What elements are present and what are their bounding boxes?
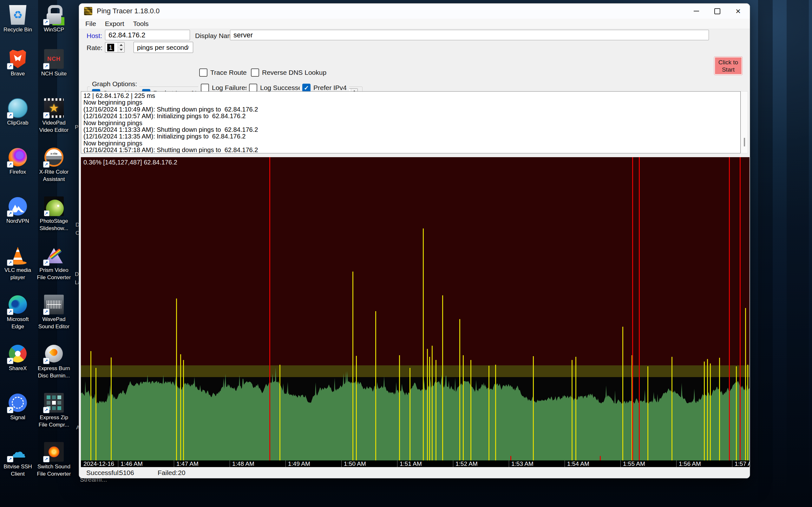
desktop-icon-winscp[interactable]: ↗WinSCP: [44, 5, 64, 25]
maximize-icon: [714, 8, 720, 14]
log-scrollbar[interactable]: [741, 91, 748, 153]
display-name-input[interactable]: server: [230, 30, 709, 40]
desktop-icon-brave[interactable]: ↗Brave: [8, 49, 28, 69]
minimize-button[interactable]: [686, 3, 707, 19]
desktop-icon-label-line: Switch Sound: [32, 463, 76, 470]
desktop-icon-express-burn[interactable]: ↗Express BurnDisc Burnin...: [44, 344, 64, 363]
desktop-icon-prism[interactable]: ↗Prism VideoFile Converter: [44, 245, 64, 265]
failure-line: [639, 157, 640, 460]
switch-sound-icon: ↗: [44, 442, 64, 462]
ping-spike: [423, 228, 424, 460]
menu-bar: FileExportTools: [79, 19, 750, 29]
screen: { "desktop": { "background_text": "Strea…: [0, 0, 812, 507]
xrite-icon: ↗: [44, 147, 64, 167]
shortcut-arrow-icon: ↗: [7, 407, 13, 413]
menu-item-file[interactable]: File: [81, 19, 101, 28]
ping-spike: [180, 354, 181, 460]
rate-stepper[interactable]: 1: [105, 42, 125, 53]
ping-spike: [671, 357, 672, 460]
failure-line: [269, 157, 270, 460]
ping-spike: [432, 346, 433, 460]
rate-spinner[interactable]: [118, 43, 124, 52]
ping-spike: [459, 319, 460, 460]
checkbox-box-prefer-ipv4[interactable]: ✓: [302, 83, 310, 92]
desktop-icon-label-line: Sound Editor: [32, 323, 76, 330]
ping-spike: [427, 349, 428, 460]
log-line: (12/16/2024 1:10:49 AM): Shutting down p…: [84, 106, 740, 113]
checkbox-trace-route[interactable]: Trace Route: [199, 68, 247, 77]
checkbox-box-log-successes[interactable]: [249, 83, 257, 92]
axis-separator: [676, 460, 676, 467]
axis-tick-label: 1:57 AM: [734, 460, 750, 467]
desktop-icon-recycle-bin[interactable]: Recycle Bin: [8, 5, 28, 25]
ping-spike: [352, 272, 353, 460]
desktop-icon-xrite[interactable]: ↗X-Rite ColorAssistant: [44, 147, 64, 167]
ping-spike: [442, 295, 443, 460]
desktop-icon-express-zip[interactable]: ↗Express ZipFile Compr...: [44, 393, 64, 412]
desktop-icon-label-line: Slideshow...: [32, 225, 76, 232]
desktop-icon-switch-sound[interactable]: ↗Switch SoundFile Converter: [44, 442, 64, 462]
ping-spike: [463, 355, 464, 460]
axis-separator: [286, 460, 286, 467]
down-arrow-icon: [119, 49, 123, 52]
signal-icon: ↗: [8, 393, 28, 412]
desktop-icon-sharex[interactable]: ↗ShareX: [8, 344, 28, 363]
desktop-icon-nordvpn[interactable]: ↗NordVPN: [8, 196, 28, 216]
failed-value: 20: [178, 469, 185, 476]
checkbox-log-failures[interactable]: Log Failures: [198, 83, 251, 92]
checkbox-label: Prefer IPv4: [313, 84, 347, 92]
checkbox-box-trace-route[interactable]: [199, 68, 207, 77]
desktop-icon-photostage[interactable]: ↗PhotoStageSlideshow...: [44, 196, 64, 216]
desktop-icon-label: VideoPadVideo Editor: [32, 119, 76, 134]
desktop-icon-bitvise[interactable]: ↗Bitvise SSHClient: [8, 442, 28, 462]
rate-down-button[interactable]: [118, 48, 124, 52]
desktop-icon-label-line: File Converter: [32, 274, 76, 281]
menu-item-export[interactable]: Export: [101, 19, 129, 28]
maximize-button[interactable]: [707, 3, 728, 19]
ping-spike: [399, 355, 400, 460]
desktop-icon-edge[interactable]: ↗MicrosoftEdge: [8, 295, 28, 314]
graph-options-title: Graph Options:: [90, 80, 139, 88]
checkbox-box-reverse-dns-lookup[interactable]: [251, 68, 259, 77]
desktop-icon-label-line: WinSCP: [32, 26, 76, 33]
checkbox-prefer-ipv4[interactable]: ✓Prefer IPv4: [300, 83, 349, 92]
close-button[interactable]: ✕: [728, 3, 749, 19]
desktop-icon-firefox[interactable]: ↗Firefox: [8, 147, 28, 167]
checkbox-box-log-failures[interactable]: [201, 83, 209, 92]
time-axis: 2024-12-161:46 AM1:47 AM1:48 AM1:49 AM1:…: [81, 460, 750, 467]
desktop-icon-label-line: Video Editor: [32, 126, 76, 134]
axis-separator: [118, 460, 118, 467]
shortcut-arrow-icon: ↗: [7, 260, 13, 266]
log-line: 12 | 62.84.176.2 | 225 ms: [84, 93, 740, 99]
desktop-icon-label: Express BurnDisc Burnin...: [32, 365, 76, 379]
host-input[interactable]: 62.84.176.2: [105, 30, 190, 40]
desktop-icon-label-line: Express Burn: [32, 365, 76, 372]
click-to-start-button[interactable]: Click to Start: [714, 56, 743, 75]
checkbox-reverse-dns-lookup[interactable]: Reverse DNS Lookup: [251, 68, 326, 77]
desktop-icon-label: WinSCP: [32, 26, 76, 33]
successful-value: 5106: [119, 469, 134, 476]
desktop-icon-signal[interactable]: ↗Signal: [8, 393, 28, 412]
title-bar[interactable]: Ping Tracer 1.18.0.0 ✕: [79, 3, 750, 19]
bitvise-icon: ↗: [8, 442, 28, 462]
ping-spike: [470, 360, 471, 460]
desktop-icon-nch-suite[interactable]: ↗NCH Suite: [44, 49, 64, 69]
shortcut-arrow-icon: ↗: [7, 358, 13, 364]
log-output[interactable]: 12 | 62.84.176.2 | 225 msNow beginning p…: [81, 91, 741, 153]
rate-unit-dropdown[interactable]: pings per second ∨: [134, 42, 193, 53]
menu-item-tools[interactable]: Tools: [129, 19, 153, 28]
log-scrollbar-thumb[interactable]: [744, 138, 745, 147]
ping-tracer-window: Ping Tracer 1.18.0.0 ✕ FileExportTools H…: [79, 3, 750, 478]
checkbox-log-successes[interactable]: Log Successes: [247, 83, 308, 92]
rate-up-button[interactable]: [118, 43, 124, 48]
desktop-icon-videopad[interactable]: ↗VideoPadVideo Editor: [44, 98, 64, 118]
axis-separator: [509, 460, 509, 467]
shortcut-arrow-icon: ↗: [7, 210, 13, 217]
shortcut-arrow-icon: ↗: [43, 19, 49, 25]
express-burn-icon: ↗: [44, 344, 64, 363]
desktop-icon-vlc[interactable]: ↗VLC mediaplayer: [8, 245, 28, 265]
desktop-icon-clipgrab[interactable]: ↗ClipGrab: [8, 98, 28, 118]
desktop-icon-wavepad[interactable]: ↗WavePadSound Editor: [44, 295, 64, 314]
failure-line: [632, 157, 633, 460]
axis-tick-label: 1:54 AM: [567, 460, 589, 467]
